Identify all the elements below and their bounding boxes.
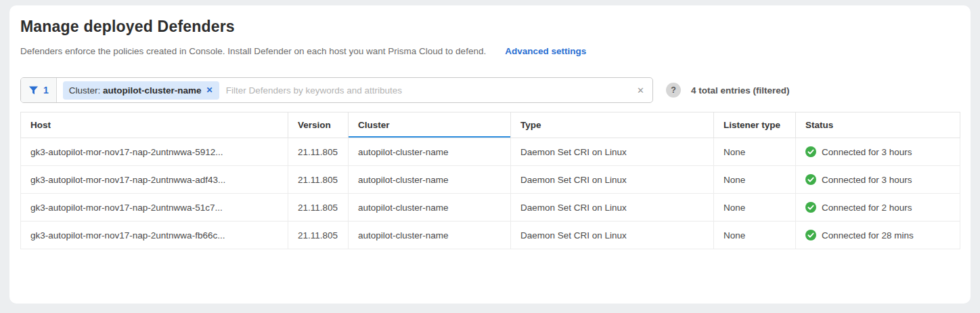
cell-listener_type: None [714,138,796,166]
cell-version: 21.11.805 [288,222,349,249]
table-row[interactable]: gk3-autopilot-mor-nov17-nap-2untnwwa-51c… [21,194,960,222]
cell-cluster: autopilot-cluster-name [349,138,511,166]
column-header-listener_type[interactable]: Listener type [714,112,796,138]
cell-version: 21.11.805 [288,166,349,194]
cell-cluster: autopilot-cluster-name [349,222,511,249]
column-header-version[interactable]: Version [288,112,349,138]
connected-check-icon [805,230,816,241]
cell-type: Daemon Set CRI on Linux [511,138,714,166]
clear-filter-icon[interactable]: ✕ [637,85,644,96]
cell-cluster: autopilot-cluster-name [349,194,511,222]
active-filter-count: 1 [43,85,49,96]
status-text: Connected for 2 hours [822,203,912,213]
cell-type: Daemon Set CRI on Linux [511,194,714,222]
column-header-type[interactable]: Type [511,112,714,138]
column-header-host[interactable]: Host [21,112,288,138]
cell-listener_type: None [714,166,796,194]
page-title: Manage deployed Defenders [20,18,960,36]
cell-type: Daemon Set CRI on Linux [511,166,714,194]
connected-check-icon [805,146,816,157]
cell-status: Connected for 3 hours [796,166,960,194]
column-header-cluster[interactable]: Cluster [349,112,511,138]
cell-listener_type: None [714,222,796,249]
cell-type: Daemon Set CRI on Linux [511,222,714,249]
chip-label: Cluster: autopilot-cluster-name [69,85,202,96]
advanced-settings-link[interactable]: Advanced settings [505,46,586,56]
table-row[interactable]: gk3-autopilot-mor-nov17-nap-2untnwwa-591… [21,138,960,166]
defenders-table: HostVersionClusterTypeListener typeStatu… [20,112,960,249]
connected-check-icon [805,174,816,185]
description-row: Defenders enforce the policies created i… [20,46,960,56]
column-header-status[interactable]: Status [796,112,960,138]
table-row[interactable]: gk3-autopilot-mor-nov17-nap-2untnwwa-fb6… [21,222,960,249]
status-text: Connected for 28 mins [822,230,914,241]
cell-host: gk3-autopilot-mor-nov17-nap-2untnwwa-fb6… [21,222,288,249]
cell-version: 21.11.805 [288,194,349,222]
filter-row: 1 Cluster: autopilot-cluster-name ✕ ✕ ? … [20,77,960,103]
cell-host: gk3-autopilot-mor-nov17-nap-2untnwwa-591… [21,138,288,166]
filter-bar[interactable]: 1 Cluster: autopilot-cluster-name ✕ ✕ [20,77,653,103]
filter-chip-cluster[interactable]: Cluster: autopilot-cluster-name ✕ [63,81,219,100]
help-icon[interactable]: ? [666,83,681,98]
cell-status: Connected for 3 hours [796,138,960,166]
cell-host: gk3-autopilot-mor-nov17-nap-2untnwwa-adf… [21,166,288,194]
filter-count-section[interactable]: 1 [21,78,57,102]
connected-check-icon [805,202,816,213]
table-body: gk3-autopilot-mor-nov17-nap-2untnwwa-591… [21,138,960,249]
cell-listener_type: None [714,194,796,222]
cell-status: Connected for 2 hours [796,194,960,222]
status-text: Connected for 3 hours [822,175,912,185]
manage-defenders-panel: Manage deployed Defenders Defenders enfo… [9,5,971,304]
table-row[interactable]: gk3-autopilot-mor-nov17-nap-2untnwwa-adf… [21,166,960,194]
chip-remove-icon[interactable]: ✕ [206,85,213,95]
cell-version: 21.11.805 [288,138,349,166]
funnel-icon [28,85,39,96]
page-description: Defenders enforce the policies created i… [20,46,486,56]
entries-summary: 4 total entries (filtered) [691,85,790,96]
chip-value: autopilot-cluster-name [103,85,202,96]
filter-input[interactable] [219,85,637,96]
status-text: Connected for 3 hours [822,147,912,157]
cell-status: Connected for 28 mins [796,222,960,249]
cell-cluster: autopilot-cluster-name [349,166,511,194]
cell-host: gk3-autopilot-mor-nov17-nap-2untnwwa-51c… [21,194,288,222]
table-header-row: HostVersionClusterTypeListener typeStatu… [21,112,960,138]
